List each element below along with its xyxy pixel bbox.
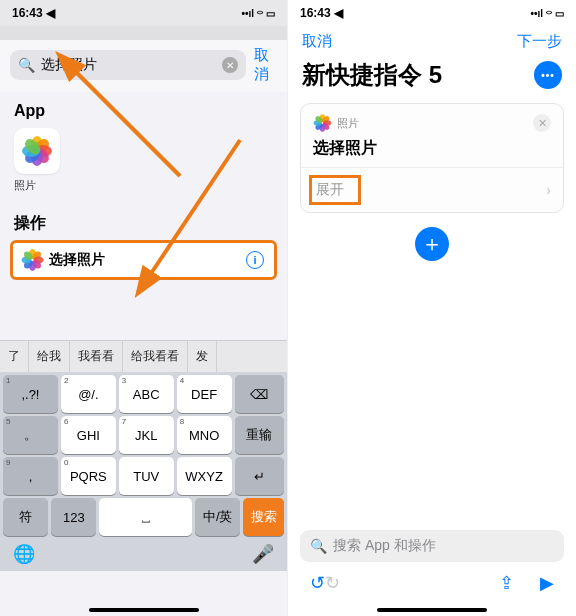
photos-app-icon	[14, 128, 60, 174]
screen-shortcut: 16:43 ◀ ••ıl⌔▭ 取消 下一步 新快捷指令 5 ••• 照片 ✕ 选…	[288, 0, 576, 616]
status-bar: 16:43 ◀ ••ıl⌔▭	[288, 0, 576, 26]
action-card: 照片 ✕ 选择照片 展开 ›	[300, 103, 564, 213]
globe-icon[interactable]: 🌐	[13, 543, 35, 565]
key-123[interactable]: 123	[51, 498, 96, 536]
battery-icon: ▭	[555, 8, 564, 19]
search-placeholder: 搜索 App 和操作	[333, 537, 436, 555]
cand-4[interactable]: 发	[188, 341, 217, 372]
clear-icon[interactable]: ✕	[222, 57, 238, 73]
clock: 16:43	[300, 6, 331, 20]
card-app-label: 照片	[337, 116, 359, 131]
key-lang[interactable]: 中/英	[195, 498, 240, 536]
location-icon: ◀	[46, 6, 55, 20]
key-abc[interactable]: 3ABC	[119, 375, 174, 413]
key-comma[interactable]: 9,	[3, 457, 58, 495]
more-button[interactable]: •••	[534, 61, 562, 89]
search-icon: 🔍	[18, 57, 35, 73]
candidate-bar[interactable]: 了 给我 我看看 给我看看 发	[0, 340, 287, 372]
section-action: 操作	[0, 203, 287, 238]
cand-0[interactable]: 了	[0, 341, 29, 372]
key-jkl[interactable]: 7JKL	[119, 416, 174, 454]
search-actions[interactable]: 🔍 搜索 App 和操作	[300, 530, 564, 562]
play-icon[interactable]: ▶	[540, 572, 554, 594]
photos-app-label: 照片	[14, 178, 273, 193]
card-title: 选择照片	[313, 138, 551, 159]
action-title: 选择照片	[49, 251, 238, 269]
next-button[interactable]: 下一步	[517, 32, 562, 51]
key-at[interactable]: 2@/.	[61, 375, 116, 413]
toolbar: ↺ ↻ ⇪ ▶	[300, 570, 564, 594]
key-tuv[interactable]: TUV	[119, 457, 174, 495]
key-search[interactable]: 搜索	[243, 498, 284, 536]
keyboard[interactable]: 1,.?! 2@/. 3ABC 4DEF ⌫ 5。 6GHI 7JKL 8MNO…	[0, 372, 287, 571]
key-mno[interactable]: 8MNO	[177, 416, 232, 454]
key-symbols[interactable]: 符	[3, 498, 48, 536]
mic-icon[interactable]: 🎤	[252, 543, 274, 565]
signal-icon: ••ıl	[241, 8, 254, 19]
photos-icon	[23, 251, 41, 269]
screen-search: 16:43 ◀ ••ıl⌔▭ 🔍 ✕ 取消 App 照片 操作 选择照片 i 了…	[0, 0, 288, 616]
info-icon[interactable]: i	[246, 251, 264, 269]
undo-icon[interactable]: ↺	[310, 572, 325, 594]
search-row: 🔍 ✕ 取消	[0, 40, 287, 92]
key-punct[interactable]: 1,.?!	[3, 375, 58, 413]
section-app: App	[0, 92, 287, 124]
close-icon[interactable]: ✕	[533, 114, 551, 132]
wifi-icon: ⌔	[257, 8, 263, 19]
key-def[interactable]: 4DEF	[177, 375, 232, 413]
search-box[interactable]: 🔍 ✕	[10, 50, 246, 80]
search-icon: 🔍	[310, 538, 327, 554]
key-enter[interactable]: ↵	[235, 457, 284, 495]
cancel-button[interactable]: 取消	[302, 32, 332, 51]
signal-icon: ••ıl	[530, 8, 543, 19]
battery-icon: ▭	[266, 8, 275, 19]
photos-icon	[315, 116, 329, 130]
shortcut-title: 新快捷指令 5	[302, 59, 442, 91]
key-wxyz[interactable]: WXYZ	[177, 457, 232, 495]
expand-label: 展开	[316, 181, 344, 197]
key-space[interactable]: ⎵	[99, 498, 192, 536]
key-period[interactable]: 5。	[3, 416, 58, 454]
cand-1[interactable]: 给我	[29, 341, 70, 372]
cand-3[interactable]: 给我看看	[123, 341, 188, 372]
action-select-photos[interactable]: 选择照片 i	[10, 240, 277, 280]
location-icon: ◀	[334, 6, 343, 20]
background-hint	[0, 26, 287, 40]
cand-2[interactable]: 我看看	[70, 341, 123, 372]
wifi-icon: ⌔	[546, 8, 552, 19]
clock: 16:43	[12, 6, 43, 20]
add-action-button[interactable]: ＋	[415, 227, 449, 261]
cancel-button[interactable]: 取消	[254, 46, 277, 84]
redo-icon: ↻	[325, 572, 340, 594]
home-indicator	[89, 608, 199, 612]
key-delete[interactable]: ⌫	[235, 375, 284, 413]
share-icon[interactable]: ⇪	[499, 572, 514, 594]
status-bar: 16:43 ◀ ••ıl⌔▭	[0, 0, 287, 26]
key-ghi[interactable]: 6GHI	[61, 416, 116, 454]
key-reinput[interactable]: 重输	[235, 416, 284, 454]
chevron-right-icon: ›	[546, 182, 551, 198]
key-pqrs[interactable]: 0PQRS	[61, 457, 116, 495]
search-input[interactable]	[41, 57, 216, 73]
expand-row[interactable]: 展开 ›	[301, 167, 563, 212]
app-result[interactable]: 照片	[0, 124, 287, 203]
home-indicator	[377, 608, 487, 612]
